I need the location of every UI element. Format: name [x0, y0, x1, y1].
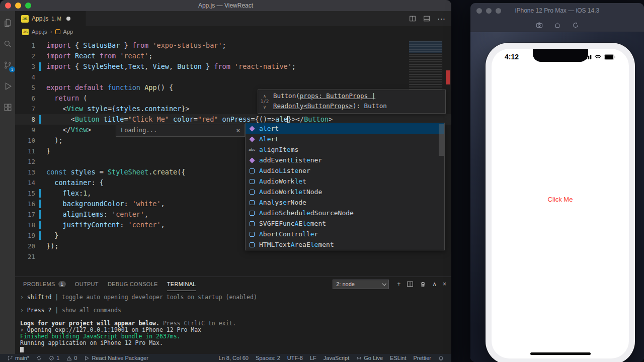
- suggest-item[interactable]: AudioScheduledSourceNode: [246, 208, 444, 218]
- suggest-scrollbar[interactable]: [439, 124, 444, 156]
- panel-action-add[interactable]: +: [397, 281, 400, 288]
- git-modified-gutter: [35, 241, 46, 251]
- line-number[interactable]: 3: [15, 61, 35, 72]
- suggest-item[interactable]: AbortController: [246, 229, 444, 239]
- line-number[interactable]: 7: [15, 104, 35, 114]
- line-number[interactable]: 15: [15, 188, 35, 199]
- status-branch[interactable]: main*: [4, 355, 33, 361]
- status-indentation[interactable]: Spaces: 2: [252, 355, 284, 361]
- simulator-home-button[interactable]: [554, 22, 561, 29]
- zoom-button[interactable]: [25, 3, 31, 9]
- panel-action-collapse[interactable]: ∧: [432, 281, 437, 288]
- suggest-item[interactable]: SVGFEFuncAElement: [246, 218, 444, 229]
- activitybar-source-control[interactable]: 1: [1, 58, 14, 71]
- status-cursor-position[interactable]: Ln 8, Col 60: [215, 355, 252, 361]
- panel-tab-problems[interactable]: PROBLEMS1: [23, 277, 66, 291]
- activitybar-debug[interactable]: [1, 79, 14, 93]
- panel-action-split-editor[interactable]: [407, 281, 414, 288]
- home-indicator[interactable]: [530, 352, 591, 355]
- status-warnings[interactable]: 0: [63, 355, 80, 361]
- terminal-line: › Press ? | show all commands: [20, 307, 451, 314]
- status-sync[interactable]: [33, 355, 45, 361]
- line-number[interactable]: 6: [15, 93, 35, 104]
- simulator-rotate-button[interactable]: [572, 22, 579, 29]
- suggest-item[interactable]: addEventListener: [246, 155, 444, 165]
- zoom-button[interactable]: [496, 8, 501, 14]
- suggest-item[interactable]: HTMLTextAreaElement: [246, 239, 444, 250]
- editor-action-toggle-panel[interactable]: [423, 15, 430, 22]
- line-number[interactable]: 18: [15, 220, 35, 230]
- status-bar: main*10React Native Packager Ln 8, Col 6…: [0, 354, 451, 362]
- editor-action-more[interactable]: ⋯: [437, 14, 445, 24]
- suggest-item[interactable]: AudioWorklet: [246, 176, 444, 187]
- line-number[interactable]: 2: [15, 51, 35, 61]
- suggest-item[interactable]: AudioListener: [246, 165, 444, 176]
- tab-appjs[interactable]: JS App.js 1, M: [15, 11, 86, 26]
- line-number[interactable]: 12: [15, 156, 35, 167]
- line-number[interactable]: 5: [15, 82, 35, 93]
- code-line[interactable]: 1import { StatusBar } from 'expo-status-…: [15, 40, 451, 51]
- modified-dot-icon[interactable]: [66, 17, 70, 21]
- panel-tab-output[interactable]: OUTPUT: [75, 277, 99, 291]
- line-number[interactable]: 4: [15, 72, 35, 82]
- status-encoding[interactable]: UTF-8: [284, 355, 306, 361]
- activitybar-extensions[interactable]: [1, 101, 14, 114]
- code-line[interactable]: 21: [15, 251, 451, 262]
- line-number[interactable]: 21: [15, 251, 35, 262]
- status-notifications[interactable]: [435, 355, 447, 361]
- status-prettier[interactable]: Prettier: [410, 355, 435, 361]
- line-number[interactable]: 19: [15, 230, 35, 241]
- suggest-item[interactable]: AudioWorkletNode: [246, 187, 444, 197]
- chevron-up-icon[interactable]: ∧: [263, 94, 266, 99]
- line-number[interactable]: 16: [15, 199, 35, 209]
- js-file-icon: JS: [21, 15, 29, 23]
- code-line[interactable]: 2import React from 'react';: [15, 51, 451, 61]
- split-editor-icon: [409, 15, 416, 22]
- line-number[interactable]: 10: [15, 135, 35, 146]
- line-number[interactable]: 13: [15, 167, 35, 177]
- line-number[interactable]: 17: [15, 209, 35, 220]
- status-eslint[interactable]: ESLint: [386, 355, 410, 361]
- status-eol[interactable]: LF: [306, 355, 320, 361]
- line-number[interactable]: 20: [15, 241, 35, 251]
- suggest-label: alert: [259, 125, 279, 132]
- editor-action-split-editor[interactable]: [409, 15, 416, 22]
- close-icon[interactable]: ×: [236, 127, 240, 134]
- panel-action-close[interactable]: ×: [443, 281, 446, 288]
- line-number[interactable]: 1: [15, 40, 35, 51]
- status-go-live[interactable]: Go Live: [353, 355, 386, 361]
- status-errors[interactable]: 1: [45, 355, 63, 361]
- code-line[interactable]: 3import { StyleSheet,Text, View, Button …: [15, 61, 451, 72]
- close-button[interactable]: [5, 3, 11, 9]
- line-number[interactable]: 14: [15, 177, 35, 188]
- panel-tab-terminal[interactable]: TERMINAL: [167, 277, 196, 291]
- line-number[interactable]: 11: [15, 146, 35, 156]
- minimize-button[interactable]: [486, 8, 492, 14]
- titlebar[interactable]: App.js — ViewReact: [0, 0, 451, 11]
- panel-tab-debug-console[interactable]: DEBUG CONSOLE: [108, 277, 158, 291]
- click-me-button[interactable]: Click Me: [548, 196, 573, 203]
- line-number[interactable]: 9: [15, 125, 35, 135]
- iphone-screen[interactable]: 4:12 Click Me: [492, 49, 629, 358]
- code-line[interactable]: 4: [15, 72, 451, 82]
- simulator-screenshot-button[interactable]: [536, 22, 543, 29]
- panel-action-trash[interactable]: [420, 281, 426, 288]
- git-modified-gutter: [35, 125, 46, 135]
- activitybar-search[interactable]: [1, 37, 14, 50]
- chevron-down-icon[interactable]: ∨: [263, 105, 266, 110]
- terminal-picker[interactable]: 2: node: [333, 280, 389, 289]
- status-packager[interactable]: React Native Packager: [80, 355, 152, 361]
- breadcrumb-symbol[interactable]: App: [63, 29, 73, 35]
- simulator-titlebar[interactable]: iPhone 12 Pro Max — iOS 14.3: [470, 3, 644, 18]
- terminal-output[interactable]: › shift+d | toggle auto opening develope…: [15, 291, 451, 354]
- activitybar-explorer[interactable]: [1, 16, 14, 29]
- breadcrumb-file[interactable]: App.js: [32, 29, 47, 35]
- minimize-button[interactable]: [15, 3, 21, 9]
- suggest-item[interactable]: abcalignItems: [246, 144, 444, 155]
- close-button[interactable]: [476, 8, 482, 14]
- suggest-item[interactable]: Alert: [246, 134, 444, 144]
- suggest-item[interactable]: AnalyserNode: [246, 197, 444, 208]
- suggest-item[interactable]: alert: [246, 123, 444, 134]
- line-number[interactable]: 8: [15, 114, 35, 125]
- status-language[interactable]: JavaScript: [320, 355, 353, 361]
